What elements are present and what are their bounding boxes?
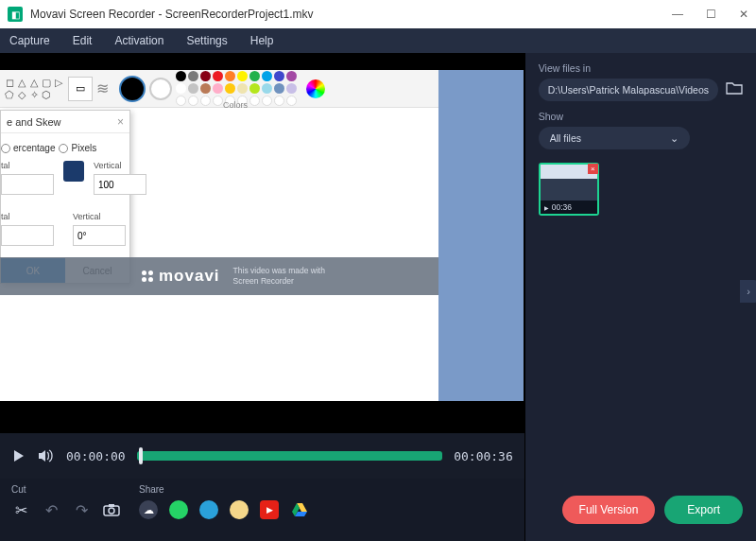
skew-h-input[interactable] [1,225,54,246]
app-icon: ◧ [8,7,23,22]
minimize-button[interactable]: — [672,8,683,21]
menu-help[interactable]: Help [250,34,274,47]
youtube-icon[interactable]: ▶ [260,500,279,519]
path-display[interactable]: D:\Users\Patrick Malapascua\Videos [539,79,718,101]
undo-icon[interactable]: ↶ [42,500,60,519]
svg-rect-2 [109,504,114,507]
paint-toolbar: ◻△△▢▷ ⬠◇✧⬡ ▭ ≋ Colors [0,70,438,108]
menu-settings[interactable]: Settings [186,34,227,47]
telegram-icon[interactable] [199,500,218,519]
shapes-group[interactable]: ◻△△▢▷ ⬠◇✧⬡ [4,77,64,100]
color1-swatch[interactable] [119,76,146,102]
browse-folder-icon[interactable] [726,81,743,98]
bottom-toolbar: Cut ✂ ↶ ↷ Share ☁ ▶ [0,479,524,541]
outline-button[interactable]: ▭ [68,77,93,101]
google-drive-icon[interactable] [290,500,309,519]
files-panel: › View files in D:\Users\Patrick Malapas… [524,53,756,541]
show-label: Show [539,111,743,122]
brush-icon[interactable]: ≋ [96,79,115,97]
menu-capture[interactable]: Capture [9,34,50,47]
play-button[interactable] [11,448,26,463]
cloud-share-icon[interactable]: ☁ [139,500,158,519]
view-files-label: View files in [539,62,743,74]
dialog-close-button[interactable]: × [117,115,124,129]
edit-colors-icon[interactable] [306,79,325,98]
menu-activation[interactable]: Activation [114,34,163,47]
radio-percentage[interactable] [1,144,10,153]
menu-edit[interactable]: Edit [73,34,93,47]
lock-aspect-icon[interactable] [63,161,84,182]
app-title: Movavi Screen Recorder - ScreenRecorderP… [30,8,313,21]
video-preview: ◻△△▢▷ ⬠◇✧⬡ ▭ ≋ Colors [0,53,524,433]
collapse-panel-button[interactable]: › [740,280,756,303]
volume-button[interactable] [38,448,55,463]
thumbnail-duration: 00:36 [541,201,597,214]
vertical-input[interactable] [94,174,146,195]
delete-thumbnail-button[interactable]: × [588,164,598,174]
dialog-title: e and Skew [7,116,60,128]
filter-select[interactable]: All files ⌄ [539,127,690,149]
whatsapp-icon[interactable] [169,500,188,519]
share-label: Share [139,484,513,495]
seek-thumb[interactable] [139,447,143,464]
watermark-banner: movavi This video was made withScreen Re… [0,257,438,295]
menubar: Capture Edit Activation Settings Help [0,28,756,53]
chevron-down-icon: ⌄ [670,132,679,144]
recording-thumbnail[interactable]: × 00:36 [539,163,599,216]
redo-icon[interactable]: ↷ [72,500,91,519]
horizontal-input[interactable] [1,174,54,195]
svg-point-1 [109,508,114,514]
color2-swatch[interactable] [149,78,172,100]
maximize-button[interactable]: ☐ [706,8,716,21]
close-button[interactable]: ✕ [739,8,748,21]
export-button[interactable]: Export [664,496,743,524]
seek-track[interactable] [137,451,443,461]
mail-icon[interactable] [230,500,249,519]
scissors-icon[interactable]: ✂ [11,500,30,519]
colors-label: Colors [223,100,248,110]
playback-controls: 00:00:00 00:00:36 [0,433,524,479]
full-version-button[interactable]: Full Version [562,496,656,524]
camera-icon[interactable] [102,500,121,519]
total-time: 00:00:36 [454,449,513,463]
skew-v-input[interactable] [73,225,126,246]
titlebar: ◧ Movavi Screen Recorder - ScreenRecorde… [0,0,756,28]
current-time: 00:00:00 [66,449,126,463]
desktop-background [438,70,524,401]
radio-pixels[interactable] [59,144,68,153]
cut-label: Cut [11,484,139,495]
